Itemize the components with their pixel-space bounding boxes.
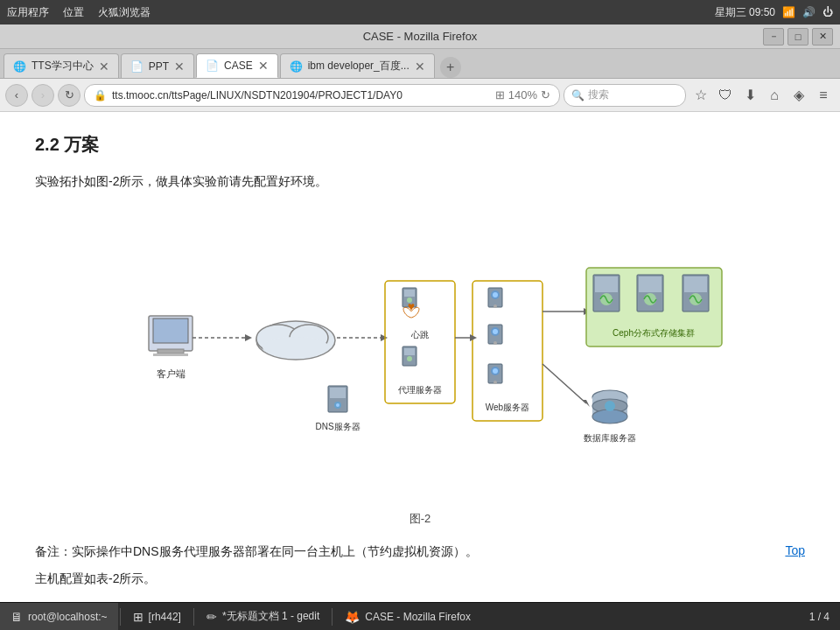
statusbar-terminal[interactable]: 🖥 root@localhost:~ <box>0 603 118 631</box>
maximize-button[interactable]: □ <box>788 28 808 46</box>
statusbar: 🖥 root@localhost:~ ⊞ [rh442] ✏ *无标题文档 1 … <box>0 602 840 630</box>
svg-point-37 <box>494 341 497 345</box>
statusbar-rh442-label: [rh442] <box>149 611 181 623</box>
tab-ibm[interactable]: 🌐 ibm developer_百度... ✕ <box>280 53 435 78</box>
statusbar-firefox[interactable]: 🦊 CASE - Mozilla Firefox <box>334 603 481 631</box>
url-text: tts.tmooc.cn/ttsPage/LINUX/NSDTN201904/P… <box>112 89 490 102</box>
svg-rect-1 <box>153 318 188 343</box>
menu-icon[interactable]: ≡ <box>812 84 835 107</box>
tab-ibm-close[interactable]: ✕ <box>415 60 425 74</box>
download-icon[interactable]: ⬇ <box>738 84 761 107</box>
status-sep-3 <box>332 608 332 626</box>
url-bar-icons: ⊞ 140% ↻ <box>495 88 550 102</box>
tab-tts-label: TTS学习中心 <box>32 59 94 74</box>
status-sep-1 <box>120 608 121 626</box>
svg-line-58 <box>542 364 586 403</box>
tab-case-favicon: 📄 <box>206 60 219 72</box>
page-count: 1 / 4 <box>809 611 840 623</box>
tab-case[interactable]: 📄 CASE ✕ <box>196 53 278 78</box>
forward-button[interactable]: › <box>32 84 54 107</box>
intro-text: 实验拓扑如图-2所示，做具体实验前请先配置好环境。 <box>35 172 805 192</box>
svg-text:数据库服务器: 数据库服务器 <box>584 433 636 443</box>
bookmark-reader-icon[interactable]: ⊞ <box>495 88 505 102</box>
svg-point-10 <box>262 337 329 358</box>
svg-marker-6 <box>245 334 252 341</box>
shield-icon[interactable]: 🛡 <box>714 84 737 107</box>
tab-case-close[interactable]: ✕ <box>258 59 269 73</box>
svg-text:DNS服务器: DNS服务器 <box>315 422 360 431</box>
os-time: 星期三 09:50 <box>715 5 775 20</box>
rh442-icon: ⊞ <box>133 610 144 624</box>
diagram-container: 客户端 <box>35 206 805 504</box>
os-browser-menu[interactable]: 火狐浏览器 <box>98 5 150 20</box>
firefox-icon: 🦊 <box>345 610 360 624</box>
browser-titlebar: CASE - Mozilla Firefox － □ ✕ <box>0 24 840 49</box>
minimize-button[interactable]: － <box>763 28 784 46</box>
statusbar-rh442[interactable]: ⊞ [rh442] <box>122 603 192 631</box>
tab-ppt[interactable]: 📄 PPT ✕ <box>121 53 194 78</box>
home-icon[interactable]: ⌂ <box>763 84 786 107</box>
diagram-caption: 图-2 <box>35 509 805 528</box>
tab-ppt-label: PPT <box>149 60 169 73</box>
svg-rect-29 <box>472 281 542 421</box>
titlebar-buttons: － □ ✕ <box>763 28 833 46</box>
tabs-bar: 🌐 TTS学习中心 ✕ 📄 PPT ✕ 📄 CASE ✕ 🌐 ibm devel… <box>0 49 840 79</box>
svg-point-27 <box>336 403 340 407</box>
svg-rect-3 <box>153 354 188 356</box>
zoom-level: 140% <box>508 88 537 102</box>
svg-text:客户端: 客户端 <box>157 368 186 379</box>
new-tab-button[interactable]: + <box>440 57 461 78</box>
os-places-menu[interactable]: 位置 <box>63 5 84 20</box>
svg-rect-15 <box>404 290 415 297</box>
os-volume-icon: 🔊 <box>802 6 816 18</box>
svg-marker-44 <box>470 334 477 341</box>
reload-icon[interactable]: ↻ <box>541 88 550 102</box>
svg-text:Ceph分布式存储集群: Ceph分布式存储集群 <box>612 328 695 338</box>
close-button[interactable]: ✕ <box>812 28 833 46</box>
top-link[interactable]: Top <box>785 541 805 562</box>
page-content: 2.2 万案 实验拓扑如图-2所示，做具体实验前请先配置好环境。 客户端 <box>0 112 840 602</box>
toolbar-icons: ☆ 🛡 ⬇ ⌂ ◈ ≡ <box>690 84 835 107</box>
url-lock-icon: 🔒 <box>94 89 107 102</box>
tab-tts-close[interactable]: ✕ <box>99 60 109 74</box>
tab-ppt-close[interactable]: ✕ <box>174 60 185 74</box>
note-line1: 备注：实际操作中DNS服务代理服务器部署在同一台主机上（节约虚拟机资源）。 <box>35 541 805 563</box>
browser-title: CASE - Mozilla Firefox <box>363 30 478 43</box>
os-power-icon: ⏻ <box>822 6 833 18</box>
svg-point-22 <box>407 356 412 361</box>
svg-rect-25 <box>330 388 346 398</box>
note-line2: 主机配置如表-2所示。 <box>35 568 805 590</box>
search-bar[interactable]: 🔍 搜索 <box>564 84 686 107</box>
refresh-button[interactable]: ↻ <box>58 84 80 107</box>
svg-point-33 <box>494 304 497 308</box>
search-icon: 🔍 <box>571 89 584 102</box>
status-sep-2 <box>193 608 194 626</box>
svg-text:Web服务器: Web服务器 <box>486 402 529 412</box>
tab-case-label: CASE <box>224 60 253 72</box>
statusbar-gedit[interactable]: ✏ *无标题文档 1 - gedit <box>196 603 330 631</box>
tab-tts-favicon: 🌐 <box>13 60 26 73</box>
svg-rect-21 <box>404 348 415 355</box>
svg-rect-49 <box>595 276 618 292</box>
back-button[interactable]: ‹ <box>5 84 28 107</box>
svg-text:代理服务器: 代理服务器 <box>397 385 442 395</box>
svg-marker-59 <box>583 400 590 407</box>
svg-marker-12 <box>381 334 388 341</box>
svg-point-41 <box>494 381 497 384</box>
url-bar[interactable]: 🔒 tts.tmooc.cn/ttsPage/LINUX/NSDTN201904… <box>84 84 560 107</box>
address-bar: ‹ › ↻ 🔒 tts.tmooc.cn/ttsPage/LINUX/NSDTN… <box>0 79 840 112</box>
tab-tts[interactable]: 🌐 TTS学习中心 ✕ <box>4 53 119 78</box>
search-placeholder: 搜索 <box>588 88 609 102</box>
tab-ibm-favicon: 🌐 <box>290 60 303 73</box>
star-icon[interactable]: ☆ <box>690 84 712 107</box>
os-apps-menu[interactable]: 应用程序 <box>7 5 49 20</box>
svg-rect-2 <box>158 349 184 354</box>
pocket-icon[interactable]: ◈ <box>788 84 810 107</box>
svg-text:♥: ♥ <box>408 299 415 313</box>
statusbar-firefox-label: CASE - Mozilla Firefox <box>365 611 471 623</box>
tab-ppt-favicon: 📄 <box>130 60 144 73</box>
statusbar-terminal-label: root@localhost:~ <box>28 611 108 623</box>
gedit-icon: ✏ <box>206 610 217 624</box>
os-network-icon: 📶 <box>782 6 795 18</box>
svg-point-32 <box>493 292 498 298</box>
